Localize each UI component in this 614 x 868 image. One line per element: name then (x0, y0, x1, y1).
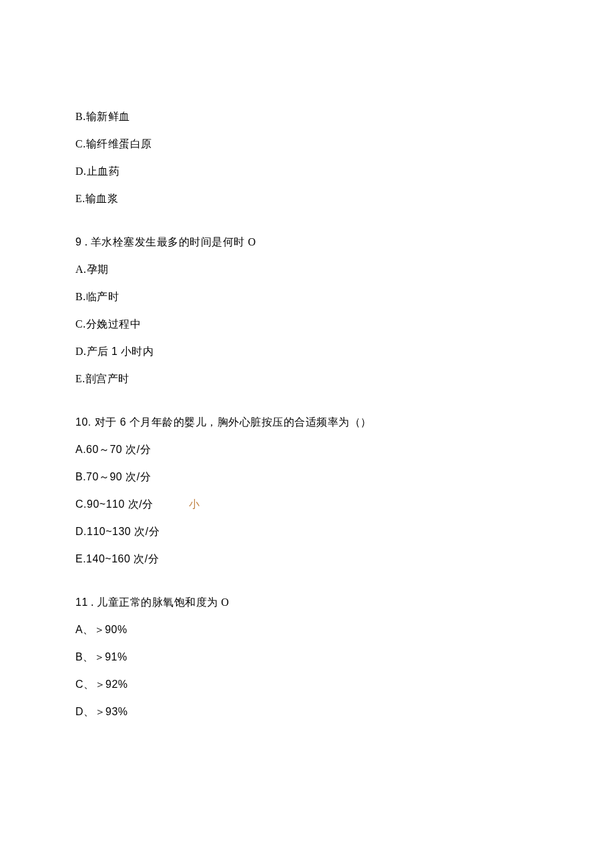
sep: . (81, 236, 91, 248)
tilde: ～ (99, 471, 110, 482)
text: B.临产时 (75, 291, 119, 302)
gt: ＞ (95, 706, 106, 717)
text: D.110~130 次/分 (75, 526, 160, 537)
q10-option-e: E.140~160 次/分 (75, 554, 614, 564)
label: D、 (75, 706, 95, 717)
text: E.140~160 次/分 (75, 553, 159, 564)
q11-option-b: B、＞91% (75, 652, 614, 663)
gap (75, 221, 614, 237)
tilde: ～ (99, 444, 110, 455)
suffix: 70 次/分 (109, 444, 151, 455)
q10-stem: 10. 对于 6 个月年龄的婴儿，胸外心脏按压的合适频率为（） (75, 417, 614, 428)
text: E.输血浆 (75, 193, 118, 204)
suffix: 个月年龄的婴儿，胸外心脏按压的合适频率为（） (126, 416, 372, 428)
q8-option-c: C.输纤维蛋白原 (75, 139, 614, 149)
sep: . (88, 596, 97, 608)
suffix: 90 次/分 (109, 471, 151, 482)
text: A.孕期 (75, 264, 109, 275)
q10-option-d: D.110~130 次/分 (75, 526, 614, 537)
q9-option-c: C.分娩过程中 (75, 319, 614, 330)
value: 92% (105, 679, 128, 690)
q10-option-b: B.70～90 次/分 (75, 472, 614, 482)
q10-option-a: A.60～70 次/分 (75, 444, 614, 455)
question-number: 9 (75, 236, 81, 248)
stem-text: 儿童正常的脉氧饱和度为 O (97, 596, 229, 608)
q9-stem: 9 . 羊水栓塞发生最多的时间是何时 O (75, 237, 614, 248)
q11-stem: 11 . 儿童正常的脉氧饱和度为 O (75, 597, 614, 608)
label: A、 (75, 624, 94, 635)
q11-option-d: D、＞93% (75, 707, 614, 717)
stem-text: 羊水栓塞发生最多的时间是何时 O (91, 236, 256, 248)
prefix: D.产后 (75, 346, 111, 357)
label: C、 (75, 679, 95, 690)
text: D.止血药 (75, 165, 119, 177)
question-number: 11 (75, 596, 88, 608)
q9-option-a: A.孕期 (75, 264, 614, 275)
value: 93% (105, 706, 128, 717)
q8-option-e: E.输血浆 (75, 193, 614, 204)
text: C.输纤维蛋白原 (75, 138, 152, 149)
gt: ＞ (94, 624, 105, 635)
label: B、 (75, 651, 94, 663)
q8-option-d: D.止血药 (75, 166, 614, 177)
q9-option-b: B.临产时 (75, 292, 614, 302)
gt: ＞ (94, 651, 105, 663)
prefix: 10. 对于 (75, 416, 120, 428)
q10-option-c: C.90~110 次/分 小 (75, 499, 614, 510)
q9-option-d: D.产后 1 小时内 (75, 346, 614, 357)
prefix: A.60 (75, 444, 99, 455)
value: 90% (105, 624, 127, 635)
q11-option-c: C、＞92% (75, 679, 614, 690)
gap (75, 401, 614, 417)
document-page: B.输新鲜血 C.输纤维蛋白原 D.止血药 E.输血浆 9 . 羊水栓塞发生最多… (0, 0, 614, 717)
number: 6 (120, 416, 126, 428)
q11-option-a: A、＞90% (75, 624, 614, 635)
text: E.剖宫产时 (75, 373, 129, 384)
text: B.输新鲜血 (75, 111, 130, 122)
gap (75, 581, 614, 597)
annotation: 小 (189, 499, 200, 510)
value: 91% (105, 651, 127, 663)
q8-option-b: B.输新鲜血 (75, 111, 614, 122)
prefix: B.70 (75, 471, 99, 482)
text: C.分娩过程中 (75, 318, 141, 330)
q9-option-e: E.剖宫产时 (75, 374, 614, 384)
suffix: 小时内 (117, 346, 154, 357)
main-text: C.90~110 次/分 (75, 499, 189, 510)
gt: ＞ (95, 679, 106, 690)
